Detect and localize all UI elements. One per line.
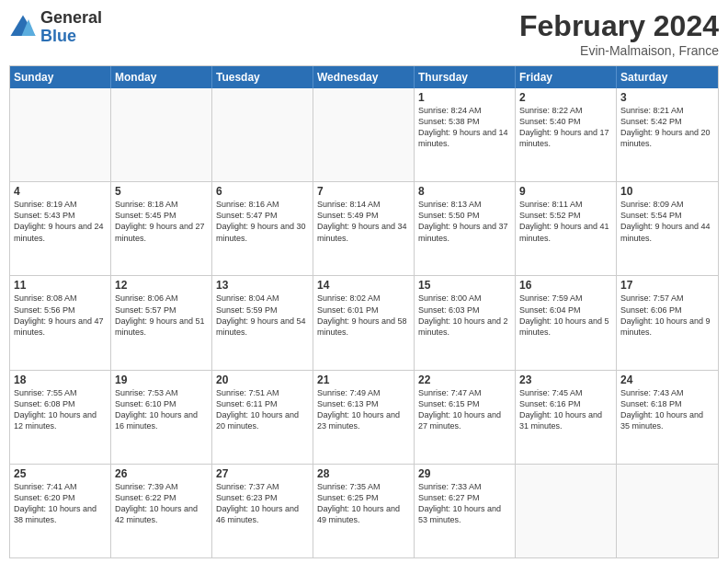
day-info: Sunrise: 8:06 AMSunset: 5:57 PMDaylight:… [115, 293, 208, 338]
day-info: Sunrise: 7:41 AMSunset: 6:20 PMDaylight:… [14, 481, 107, 526]
day-info: Sunrise: 8:21 AMSunset: 5:42 PMDaylight:… [620, 105, 714, 150]
title-area: February 2024 Evin-Malmaison, France [519, 9, 719, 58]
day-number: 3 [620, 91, 714, 104]
day-number: 27 [216, 467, 309, 480]
calendar-cell: 23Sunrise: 7:45 AMSunset: 6:16 PMDayligh… [516, 371, 617, 464]
calendar-cell [10, 88, 111, 181]
day-info: Sunrise: 7:47 AMSunset: 6:15 PMDaylight:… [418, 387, 511, 432]
calendar-cell: 18Sunrise: 7:55 AMSunset: 6:08 PMDayligh… [10, 371, 111, 464]
day-number: 17 [620, 279, 714, 292]
day-info: Sunrise: 8:22 AMSunset: 5:40 PMDaylight:… [519, 105, 612, 150]
calendar-row-2: 4Sunrise: 8:19 AMSunset: 5:43 PMDaylight… [10, 181, 718, 275]
calendar-cell: 26Sunrise: 7:39 AMSunset: 6:22 PMDayligh… [111, 465, 212, 557]
day-number: 14 [317, 279, 410, 292]
day-info: Sunrise: 7:37 AMSunset: 6:23 PMDaylight:… [216, 481, 309, 526]
calendar-cell: 29Sunrise: 7:33 AMSunset: 6:27 PMDayligh… [415, 465, 516, 557]
day-info: Sunrise: 7:45 AMSunset: 6:16 PMDaylight:… [519, 387, 612, 432]
day-info: Sunrise: 8:18 AMSunset: 5:45 PMDaylight:… [115, 199, 208, 244]
day-info: Sunrise: 8:24 AMSunset: 5:38 PMDaylight:… [418, 105, 511, 150]
day-number: 28 [317, 467, 410, 480]
day-number: 20 [216, 373, 309, 386]
day-number: 22 [418, 373, 511, 386]
day-info: Sunrise: 7:43 AMSunset: 6:18 PMDaylight:… [620, 387, 714, 432]
calendar-cell: 8Sunrise: 8:13 AMSunset: 5:50 PMDaylight… [415, 182, 516, 275]
calendar-cell: 20Sunrise: 7:51 AMSunset: 6:11 PMDayligh… [212, 371, 313, 464]
calendar-cell [516, 465, 617, 557]
calendar-cell: 15Sunrise: 8:00 AMSunset: 6:03 PMDayligh… [415, 276, 516, 369]
day-number: 7 [317, 185, 410, 198]
day-info: Sunrise: 7:53 AMSunset: 6:10 PMDaylight:… [115, 387, 208, 432]
day-number: 2 [519, 91, 612, 104]
calendar-cell: 2Sunrise: 8:22 AMSunset: 5:40 PMDaylight… [516, 88, 617, 181]
calendar-cell: 4Sunrise: 8:19 AMSunset: 5:43 PMDaylight… [10, 182, 111, 275]
calendar-cell: 17Sunrise: 7:57 AMSunset: 6:06 PMDayligh… [617, 276, 718, 369]
day-number: 13 [216, 279, 309, 292]
calendar-header: SundayMondayTuesdayWednesdayThursdayFrid… [10, 66, 718, 88]
day-number: 16 [519, 279, 612, 292]
day-number: 1 [418, 91, 511, 104]
calendar-cell [313, 88, 415, 181]
day-info: Sunrise: 8:09 AMSunset: 5:54 PMDaylight:… [620, 199, 714, 244]
day-info: Sunrise: 8:08 AMSunset: 5:56 PMDaylight:… [14, 293, 107, 338]
header-cell-thursday: Thursday [415, 66, 516, 88]
day-number: 29 [418, 467, 511, 480]
calendar-cell: 1Sunrise: 8:24 AMSunset: 5:38 PMDaylight… [415, 88, 516, 181]
calendar-cell [617, 465, 718, 557]
logo-blue: Blue [40, 28, 102, 46]
calendar-location: Evin-Malmaison, France [519, 43, 719, 58]
day-number: 4 [14, 185, 107, 198]
day-info: Sunrise: 7:59 AMSunset: 6:04 PMDaylight:… [519, 293, 612, 338]
calendar-cell: 3Sunrise: 8:21 AMSunset: 5:42 PMDaylight… [617, 88, 718, 181]
day-info: Sunrise: 7:51 AMSunset: 6:11 PMDaylight:… [216, 387, 309, 432]
day-number: 19 [115, 373, 208, 386]
calendar-cell: 5Sunrise: 8:18 AMSunset: 5:45 PMDaylight… [111, 182, 212, 275]
day-number: 18 [14, 373, 107, 386]
day-info: Sunrise: 8:02 AMSunset: 6:01 PMDaylight:… [317, 293, 410, 338]
day-number: 26 [115, 467, 208, 480]
calendar-cell [212, 88, 313, 181]
calendar-cell: 22Sunrise: 7:47 AMSunset: 6:15 PMDayligh… [415, 371, 516, 464]
day-number: 25 [14, 467, 107, 480]
calendar-row-3: 11Sunrise: 8:08 AMSunset: 5:56 PMDayligh… [10, 275, 718, 369]
calendar-cell: 10Sunrise: 8:09 AMSunset: 5:54 PMDayligh… [617, 182, 718, 275]
calendar-cell: 19Sunrise: 7:53 AMSunset: 6:10 PMDayligh… [111, 371, 212, 464]
calendar-cell [111, 88, 212, 181]
day-info: Sunrise: 8:14 AMSunset: 5:49 PMDaylight:… [317, 199, 410, 244]
calendar-body: 1Sunrise: 8:24 AMSunset: 5:38 PMDaylight… [10, 88, 718, 557]
page-container: General Blue February 2024 Evin-Malmaiso… [0, 0, 728, 563]
day-info: Sunrise: 8:13 AMSunset: 5:50 PMDaylight:… [418, 199, 511, 244]
header-cell-wednesday: Wednesday [313, 66, 415, 88]
day-number: 23 [519, 373, 612, 386]
calendar-row-5: 25Sunrise: 7:41 AMSunset: 6:20 PMDayligh… [10, 464, 718, 557]
calendar-cell: 14Sunrise: 8:02 AMSunset: 6:01 PMDayligh… [313, 276, 415, 369]
header-cell-saturday: Saturday [617, 66, 718, 88]
day-info: Sunrise: 7:57 AMSunset: 6:06 PMDaylight:… [620, 293, 714, 338]
calendar-cell: 7Sunrise: 8:14 AMSunset: 5:49 PMDaylight… [313, 182, 415, 275]
calendar-cell: 6Sunrise: 8:16 AMSunset: 5:47 PMDaylight… [212, 182, 313, 275]
logo: General Blue [9, 9, 102, 46]
day-info: Sunrise: 8:19 AMSunset: 5:43 PMDaylight:… [14, 199, 107, 244]
day-info: Sunrise: 8:04 AMSunset: 5:59 PMDaylight:… [216, 293, 309, 338]
day-number: 11 [14, 279, 107, 292]
day-number: 5 [115, 185, 208, 198]
calendar-row-1: 1Sunrise: 8:24 AMSunset: 5:38 PMDaylight… [10, 88, 718, 181]
day-number: 15 [418, 279, 511, 292]
calendar-title: February 2024 [519, 9, 719, 43]
day-number: 10 [620, 185, 714, 198]
day-info: Sunrise: 7:39 AMSunset: 6:22 PMDaylight:… [115, 481, 208, 526]
day-number: 21 [317, 373, 410, 386]
calendar-cell: 16Sunrise: 7:59 AMSunset: 6:04 PMDayligh… [516, 276, 617, 369]
day-info: Sunrise: 8:16 AMSunset: 5:47 PMDaylight:… [216, 199, 309, 244]
calendar-cell: 28Sunrise: 7:35 AMSunset: 6:25 PMDayligh… [313, 465, 415, 557]
day-number: 24 [620, 373, 714, 386]
calendar-cell: 24Sunrise: 7:43 AMSunset: 6:18 PMDayligh… [617, 371, 718, 464]
calendar-cell: 25Sunrise: 7:41 AMSunset: 6:20 PMDayligh… [10, 465, 111, 557]
day-number: 8 [418, 185, 511, 198]
header-cell-sunday: Sunday [10, 66, 111, 88]
header-cell-tuesday: Tuesday [212, 66, 313, 88]
day-info: Sunrise: 8:11 AMSunset: 5:52 PMDaylight:… [519, 199, 612, 244]
calendar-cell: 11Sunrise: 8:08 AMSunset: 5:56 PMDayligh… [10, 276, 111, 369]
logo-general: General [40, 9, 102, 28]
day-info: Sunrise: 7:49 AMSunset: 6:13 PMDaylight:… [317, 387, 410, 432]
day-number: 12 [115, 279, 208, 292]
